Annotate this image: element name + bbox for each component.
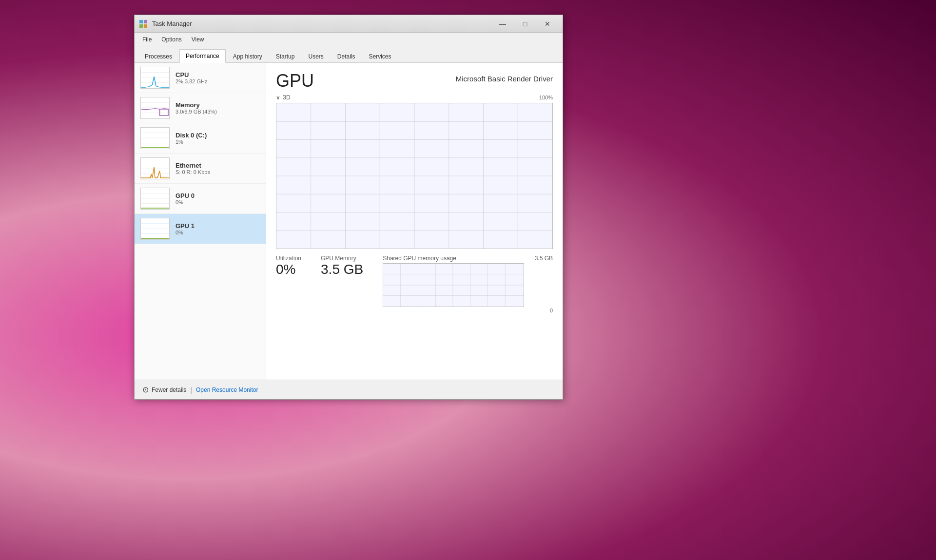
ethernet-label: Ethernet (176, 162, 260, 169)
svg-rect-10 (160, 109, 168, 116)
gpu1-info: GPU 1 0% (176, 222, 260, 235)
menu-options[interactable]: Options (157, 35, 185, 44)
memory-thumbnail (140, 97, 170, 119)
app-icon (138, 19, 148, 29)
ethernet-thumbnail (140, 157, 170, 179)
cpu-label: CPU (176, 71, 260, 78)
ethernet-info: Ethernet S: 0 R: 0 Kbps (176, 162, 260, 175)
shared-zero-label: 0 (383, 308, 553, 313)
svg-rect-2 (139, 24, 143, 28)
utilization-label: Utilization (276, 255, 301, 262)
memory-info: Memory 3.0/6.9 GB (43%) (176, 101, 260, 115)
memory-sublabel: 3.0/6.9 GB (43%) (176, 109, 260, 115)
gpu-driver-name: Microsoft Basic Render Driver (456, 71, 553, 83)
close-button[interactable]: ✕ (536, 15, 559, 33)
tab-users[interactable]: Users (302, 50, 330, 63)
gpu-memory-label: GPU Memory (321, 255, 363, 262)
sidebar-item-gpu1[interactable]: GPU 1 0% (135, 214, 266, 244)
main-graph (276, 103, 553, 249)
cpu-sublabel: 2% 3.82 GHz (176, 78, 260, 84)
gpu1-thumbnail (140, 218, 170, 240)
minimize-button[interactable]: — (491, 15, 514, 33)
gpu1-sublabel: 0% (176, 230, 260, 235)
graph-type-label: 3D (283, 94, 290, 101)
sidebar-item-disk0[interactable]: Disk 0 (C:) 1% (135, 123, 266, 154)
desktop: Task Manager — □ ✕ File Options View Pro… (0, 0, 936, 560)
shared-gpu-value: 3.5 GB (535, 255, 553, 262)
task-manager-window: Task Manager — □ ✕ File Options View Pro… (134, 15, 563, 400)
shared-gpu-header: Shared GPU memory usage 3.5 GB (383, 255, 553, 262)
gpu-memory-stat: GPU Memory 3.5 GB (321, 255, 363, 277)
disk-label: Disk 0 (C:) (176, 132, 260, 139)
fewer-details-label: Fewer details (152, 386, 186, 393)
main-panel: GPU Microsoft Basic Render Driver ∨ 3D 1… (266, 63, 563, 380)
menu-view[interactable]: View (188, 35, 208, 44)
utilization-value: 0% (276, 262, 301, 277)
fewer-details-button[interactable]: ⊙ Fewer details (142, 385, 186, 394)
gpu-title: GPU (276, 71, 314, 91)
memory-label: Memory (176, 101, 260, 109)
tab-details[interactable]: Details (331, 50, 362, 63)
sidebar-item-ethernet[interactable]: Ethernet S: 0 R: 0 Kbps (135, 154, 266, 184)
svg-rect-1 (144, 20, 147, 23)
disk-thumbnail (140, 127, 170, 149)
tab-processes[interactable]: Processes (138, 50, 178, 63)
fewer-details-icon: ⊙ (142, 385, 149, 394)
footer: ⊙ Fewer details | Open Resource Monitor (135, 380, 563, 399)
tab-performance[interactable]: Performance (179, 49, 226, 63)
gpu-header: GPU Microsoft Basic Render Driver (276, 71, 553, 91)
graph-label-row: ∨ 3D 100% (276, 94, 553, 101)
disk-info: Disk 0 (C:) 1% (176, 132, 260, 145)
shared-gpu-section: Shared GPU memory usage 3.5 GB (383, 255, 553, 313)
cpu-thumbnail (140, 67, 170, 89)
utilization-stat: Utilization 0% (276, 255, 301, 277)
window-controls: — □ ✕ (491, 15, 559, 33)
footer-separator: | (190, 386, 192, 394)
disk-sublabel: 1% (176, 139, 260, 145)
window-title: Task Manager (152, 20, 491, 27)
svg-rect-3 (144, 24, 147, 28)
tab-services[interactable]: Services (363, 50, 398, 63)
tab-apphistory[interactable]: App history (227, 50, 269, 63)
graph-max-label: 100% (539, 95, 553, 100)
tab-startup[interactable]: Startup (270, 50, 301, 63)
gpu1-label: GPU 1 (176, 222, 260, 230)
gpu-memory-value: 3.5 GB (321, 262, 363, 277)
sidebar-item-gpu0[interactable]: GPU 0 0% (135, 184, 266, 214)
stats-row: Utilization 0% GPU Memory 3.5 GB Shared … (276, 255, 553, 313)
sidebar-item-memory[interactable]: Memory 3.0/6.9 GB (43%) (135, 93, 266, 123)
graph-label: ∨ 3D (276, 94, 291, 101)
titlebar: Task Manager — □ ✕ (135, 15, 563, 33)
menubar: File Options View (135, 33, 563, 46)
gpu0-sublabel: 0% (176, 199, 260, 205)
gpu0-thumbnail (140, 188, 170, 210)
svg-rect-0 (139, 20, 143, 23)
gpu0-info: GPU 0 0% (176, 192, 260, 205)
content-area: CPU 2% 3.82 GHz (135, 63, 563, 380)
sidebar: CPU 2% 3.82 GHz (135, 63, 266, 380)
gpu0-label: GPU 0 (176, 192, 260, 199)
shared-gpu-graph (383, 263, 524, 307)
ethernet-sublabel: S: 0 R: 0 Kbps (176, 169, 260, 175)
chevron-icon: ∨ (276, 94, 280, 101)
tabbar: Processes Performance App history Startu… (135, 46, 563, 63)
menu-file[interactable]: File (138, 35, 156, 44)
cpu-info: CPU 2% 3.82 GHz (176, 71, 260, 84)
sidebar-item-cpu[interactable]: CPU 2% 3.82 GHz (135, 63, 266, 93)
open-resource-monitor-link[interactable]: Open Resource Monitor (196, 386, 258, 393)
shared-gpu-label: Shared GPU memory usage (383, 255, 456, 262)
maximize-button[interactable]: □ (514, 15, 536, 33)
